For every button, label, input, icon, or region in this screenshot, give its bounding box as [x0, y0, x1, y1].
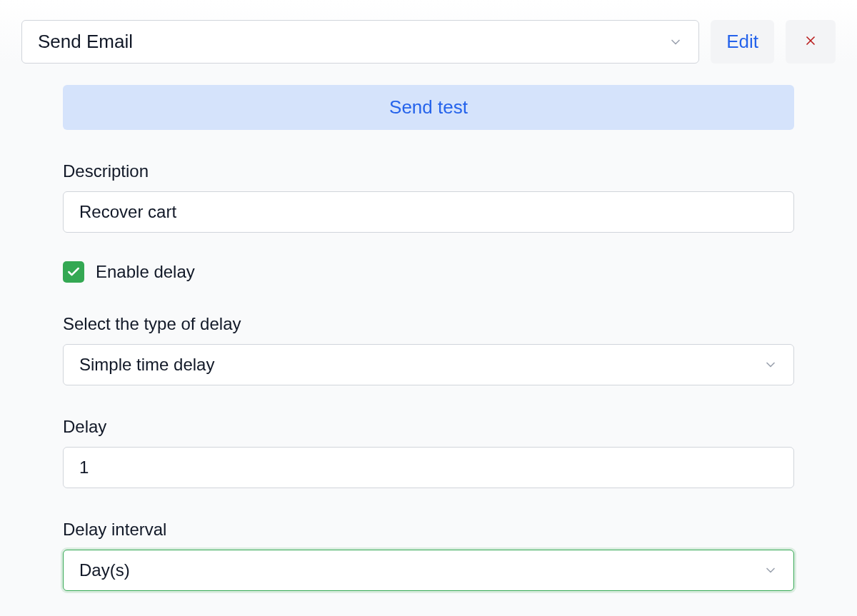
form-body: Send test Description Enable delay Selec…: [21, 64, 836, 591]
delay-type-select[interactable]: Simple time delay: [63, 344, 794, 385]
enable-delay-row: Enable delay: [63, 261, 794, 283]
chevron-down-icon: [668, 35, 683, 49]
header-row: Send Email Edit: [21, 20, 836, 64]
enable-delay-checkbox[interactable]: [63, 261, 84, 283]
check-icon: [66, 265, 81, 279]
send-test-label: Send test: [389, 96, 468, 118]
send-test-button[interactable]: Send test: [63, 85, 794, 130]
page: Send Email Edit Send test Description En…: [0, 0, 857, 616]
action-dropdown[interactable]: Send Email: [21, 20, 699, 64]
edit-button-label: Edit: [726, 31, 758, 53]
delay-type-value: Simple time delay: [79, 355, 214, 375]
delay-label: Delay: [63, 417, 794, 437]
enable-delay-label: Enable delay: [96, 262, 195, 282]
delay-input[interactable]: [63, 447, 794, 488]
edit-button[interactable]: Edit: [711, 20, 774, 64]
chevron-down-icon: [763, 358, 778, 372]
delay-interval-select[interactable]: Day(s): [63, 550, 794, 591]
description-input[interactable]: [63, 191, 794, 233]
delay-interval-label: Delay interval: [63, 520, 794, 540]
description-label: Description: [63, 161, 794, 181]
chevron-down-icon: [763, 563, 778, 577]
close-icon: [803, 31, 818, 53]
delay-interval-value: Day(s): [79, 560, 130, 580]
delete-button[interactable]: [786, 20, 836, 64]
action-dropdown-label: Send Email: [38, 31, 133, 53]
delay-type-label: Select the type of delay: [63, 314, 794, 334]
